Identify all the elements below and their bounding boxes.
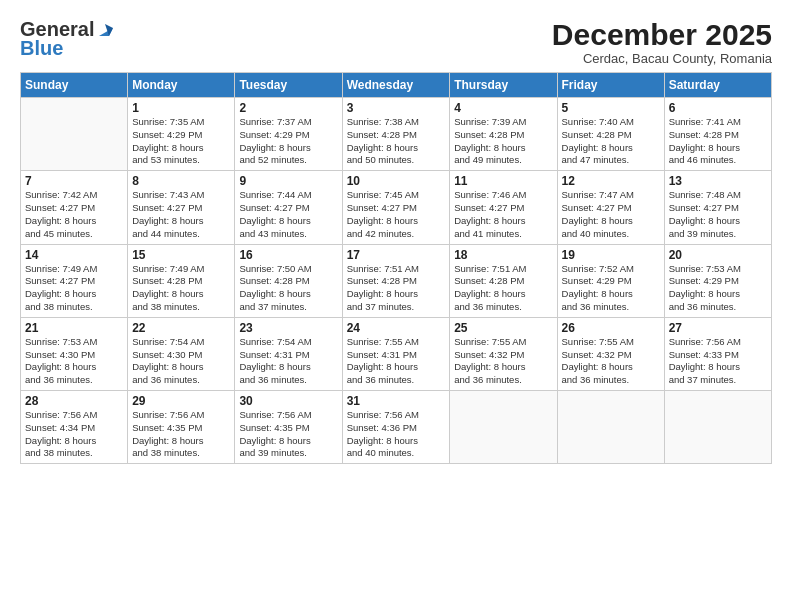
day-info: Sunrise: 7:35 AMSunset: 4:29 PMDaylight:… [132, 116, 230, 167]
day-info: Sunrise: 7:44 AMSunset: 4:27 PMDaylight:… [239, 189, 337, 240]
day-info-line: Sunset: 4:31 PM [239, 349, 309, 360]
calendar-cell: 12Sunrise: 7:47 AMSunset: 4:27 PMDayligh… [557, 171, 664, 244]
day-info-line: Sunrise: 7:44 AM [239, 189, 311, 200]
calendar-cell: 1Sunrise: 7:35 AMSunset: 4:29 PMDaylight… [128, 98, 235, 171]
day-info-line: Sunset: 4:28 PM [347, 129, 417, 140]
day-info: Sunrise: 7:39 AMSunset: 4:28 PMDaylight:… [454, 116, 552, 167]
day-info-line: Daylight: 8 hours [347, 435, 418, 446]
calendar-cell: 21Sunrise: 7:53 AMSunset: 4:30 PMDayligh… [21, 317, 128, 390]
day-info-line: Sunrise: 7:38 AM [347, 116, 419, 127]
day-info-line: Sunrise: 7:48 AM [669, 189, 741, 200]
calendar-week-row: 21Sunrise: 7:53 AMSunset: 4:30 PMDayligh… [21, 317, 772, 390]
day-info-line: Sunset: 4:35 PM [239, 422, 309, 433]
day-info: Sunrise: 7:43 AMSunset: 4:27 PMDaylight:… [132, 189, 230, 240]
day-number: 18 [454, 248, 552, 262]
day-info-line: Sunrise: 7:51 AM [347, 263, 419, 274]
day-number: 14 [25, 248, 123, 262]
day-info: Sunrise: 7:52 AMSunset: 4:29 PMDaylight:… [562, 263, 660, 314]
day-info-line: Sunrise: 7:56 AM [132, 409, 204, 420]
calendar-cell: 9Sunrise: 7:44 AMSunset: 4:27 PMDaylight… [235, 171, 342, 244]
calendar-cell: 4Sunrise: 7:39 AMSunset: 4:28 PMDaylight… [450, 98, 557, 171]
day-info-line: Sunrise: 7:54 AM [239, 336, 311, 347]
day-info-line: and 38 minutes. [132, 301, 200, 312]
calendar-header-friday: Friday [557, 73, 664, 98]
day-info-line: and 49 minutes. [454, 154, 522, 165]
day-info-line: and 47 minutes. [562, 154, 630, 165]
day-info-line: and 38 minutes. [132, 447, 200, 458]
day-info-line: Daylight: 8 hours [669, 215, 740, 226]
day-info-line: Daylight: 8 hours [132, 215, 203, 226]
day-info-line: Daylight: 8 hours [132, 435, 203, 446]
calendar-cell: 5Sunrise: 7:40 AMSunset: 4:28 PMDaylight… [557, 98, 664, 171]
day-info-line: and 36 minutes. [454, 301, 522, 312]
calendar-cell: 25Sunrise: 7:55 AMSunset: 4:32 PMDayligh… [450, 317, 557, 390]
day-info-line: and 40 minutes. [347, 447, 415, 458]
day-info-line: Sunset: 4:27 PM [669, 202, 739, 213]
day-info-line: Sunrise: 7:37 AM [239, 116, 311, 127]
day-info-line: and 53 minutes. [132, 154, 200, 165]
day-number: 4 [454, 101, 552, 115]
calendar-header-sunday: Sunday [21, 73, 128, 98]
day-info-line: Daylight: 8 hours [25, 215, 96, 226]
calendar-cell: 23Sunrise: 7:54 AMSunset: 4:31 PMDayligh… [235, 317, 342, 390]
calendar-cell [21, 98, 128, 171]
day-info-line: Sunrise: 7:35 AM [132, 116, 204, 127]
day-info-line: Sunset: 4:27 PM [132, 202, 202, 213]
day-info-line: and 46 minutes. [669, 154, 737, 165]
day-number: 31 [347, 394, 446, 408]
day-info: Sunrise: 7:56 AMSunset: 4:35 PMDaylight:… [132, 409, 230, 460]
calendar-cell: 29Sunrise: 7:56 AMSunset: 4:35 PMDayligh… [128, 391, 235, 464]
day-info: Sunrise: 7:54 AMSunset: 4:30 PMDaylight:… [132, 336, 230, 387]
day-info-line: Daylight: 8 hours [347, 215, 418, 226]
calendar-header-thursday: Thursday [450, 73, 557, 98]
day-info-line: and 36 minutes. [562, 374, 630, 385]
day-info-line: Daylight: 8 hours [669, 361, 740, 372]
day-info-line: and 36 minutes. [562, 301, 630, 312]
day-info-line: and 40 minutes. [562, 228, 630, 239]
calendar-cell: 8Sunrise: 7:43 AMSunset: 4:27 PMDaylight… [128, 171, 235, 244]
day-info-line: Sunset: 4:27 PM [25, 275, 95, 286]
day-info-line: and 37 minutes. [669, 374, 737, 385]
day-info-line: and 37 minutes. [347, 301, 415, 312]
day-info-line: Sunset: 4:29 PM [562, 275, 632, 286]
calendar-cell: 20Sunrise: 7:53 AMSunset: 4:29 PMDayligh… [664, 244, 771, 317]
day-info-line: Daylight: 8 hours [454, 288, 525, 299]
day-info-line: Sunset: 4:36 PM [347, 422, 417, 433]
day-info: Sunrise: 7:56 AMSunset: 4:34 PMDaylight:… [25, 409, 123, 460]
day-number: 22 [132, 321, 230, 335]
day-info: Sunrise: 7:42 AMSunset: 4:27 PMDaylight:… [25, 189, 123, 240]
day-info: Sunrise: 7:56 AMSunset: 4:33 PMDaylight:… [669, 336, 767, 387]
day-number: 28 [25, 394, 123, 408]
calendar-cell: 27Sunrise: 7:56 AMSunset: 4:33 PMDayligh… [664, 317, 771, 390]
day-info-line: Sunrise: 7:51 AM [454, 263, 526, 274]
calendar-header-monday: Monday [128, 73, 235, 98]
day-info-line: Sunrise: 7:53 AM [25, 336, 97, 347]
calendar-week-row: 14Sunrise: 7:49 AMSunset: 4:27 PMDayligh… [21, 244, 772, 317]
calendar-cell: 28Sunrise: 7:56 AMSunset: 4:34 PMDayligh… [21, 391, 128, 464]
day-info-line: Sunrise: 7:45 AM [347, 189, 419, 200]
day-info-line: Daylight: 8 hours [454, 361, 525, 372]
day-number: 20 [669, 248, 767, 262]
day-info-line: Daylight: 8 hours [132, 288, 203, 299]
calendar-cell: 24Sunrise: 7:55 AMSunset: 4:31 PMDayligh… [342, 317, 450, 390]
day-info-line: Sunrise: 7:49 AM [25, 263, 97, 274]
day-info-line: Daylight: 8 hours [239, 361, 310, 372]
day-info-line: Sunset: 4:32 PM [454, 349, 524, 360]
day-info-line: Sunrise: 7:53 AM [669, 263, 741, 274]
day-info-line: Sunset: 4:27 PM [239, 202, 309, 213]
day-number: 3 [347, 101, 446, 115]
day-info: Sunrise: 7:45 AMSunset: 4:27 PMDaylight:… [347, 189, 446, 240]
day-info-line: Sunrise: 7:52 AM [562, 263, 634, 274]
day-info-line: Daylight: 8 hours [347, 361, 418, 372]
calendar-cell: 22Sunrise: 7:54 AMSunset: 4:30 PMDayligh… [128, 317, 235, 390]
day-info: Sunrise: 7:50 AMSunset: 4:28 PMDaylight:… [239, 263, 337, 314]
day-info-line: and 52 minutes. [239, 154, 307, 165]
day-info: Sunrise: 7:49 AMSunset: 4:28 PMDaylight:… [132, 263, 230, 314]
day-info-line: and 41 minutes. [454, 228, 522, 239]
day-info-line: and 38 minutes. [25, 447, 93, 458]
day-info-line: Daylight: 8 hours [239, 435, 310, 446]
day-number: 8 [132, 174, 230, 188]
day-info-line: and 36 minutes. [454, 374, 522, 385]
day-info-line: Sunrise: 7:42 AM [25, 189, 97, 200]
day-info-line: Sunset: 4:27 PM [25, 202, 95, 213]
